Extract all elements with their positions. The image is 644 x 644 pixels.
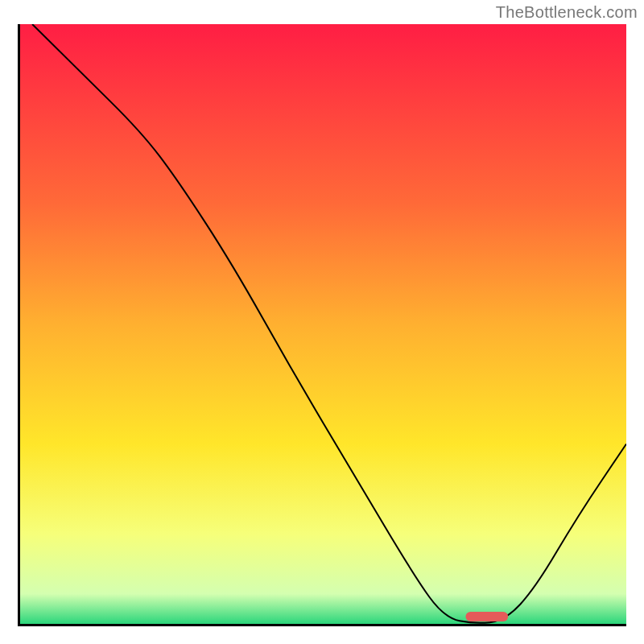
- watermark-text: TheBottleneck.com: [496, 3, 638, 22]
- chart-background: [20, 24, 626, 624]
- minimum-marker: [465, 612, 508, 621]
- chart-frame: TheBottleneck.com: [0, 0, 644, 644]
- plot-area: [18, 24, 626, 626]
- chart-svg: [20, 24, 626, 624]
